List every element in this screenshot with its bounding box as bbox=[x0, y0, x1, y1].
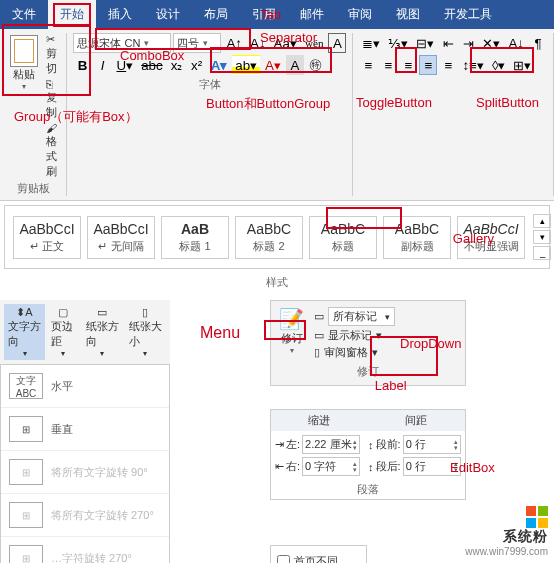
options-group: 首页不同 奇偶页不同 显示文档文字 选项 bbox=[270, 545, 367, 563]
menu-item[interactable]: 文字 ABC水平 bbox=[1, 365, 169, 408]
borders-button[interactable]: ⊞▾ bbox=[510, 55, 534, 75]
paste-button[interactable]: 粘贴 bbox=[6, 33, 42, 179]
numbering-button[interactable]: ⅓▾ bbox=[385, 33, 411, 53]
text-effects-button[interactable]: A▾ bbox=[208, 55, 231, 75]
orientation-button[interactable]: ▭纸张方向 bbox=[82, 304, 123, 360]
tab-home[interactable]: 开始 bbox=[48, 0, 96, 29]
italic-button[interactable]: I bbox=[93, 55, 111, 75]
shading-button[interactable]: ◊▾ bbox=[489, 55, 509, 75]
indent-dec-button[interactable]: ⇤ bbox=[439, 33, 457, 53]
menu-section: ⬍A文字方向 ▢页边距 ▭纸张方向 ▯纸张大小 文字 ABC水平⊞垂直⊞将所有文… bbox=[0, 300, 170, 563]
align-right-button[interactable]: ≡ bbox=[399, 55, 417, 75]
tab-review[interactable]: 审阅 bbox=[336, 0, 384, 29]
logo-icon bbox=[526, 506, 548, 528]
space-before-editbox[interactable]: 0 行 bbox=[403, 435, 461, 454]
first-page-checkbox[interactable]: 首页不同 bbox=[277, 554, 360, 563]
font-group-label: 字体 bbox=[199, 77, 221, 92]
tab-view[interactable]: 视图 bbox=[384, 0, 432, 29]
line-spacing-button[interactable]: ↕≡▾ bbox=[459, 55, 486, 75]
sort-button[interactable]: A↓ bbox=[505, 33, 527, 53]
clipboard-group-label: 剪贴板 bbox=[17, 181, 50, 196]
bold-button[interactable]: B bbox=[73, 55, 91, 75]
tab-file[interactable]: 文件 bbox=[0, 0, 48, 29]
superscript-button[interactable]: x² bbox=[188, 55, 206, 75]
indent-inc-button[interactable]: ⇥ bbox=[459, 33, 477, 53]
page-setup-header: ⬍A文字方向 ▢页边距 ▭纸张方向 ▯纸张大小 bbox=[0, 300, 170, 364]
bullets-button[interactable]: ≣▾ bbox=[359, 33, 383, 53]
annotation-editbox: EditBox bbox=[450, 460, 495, 475]
indent-left-editbox[interactable]: 2.22 厘米 bbox=[302, 435, 360, 454]
clipboard-icon bbox=[10, 35, 38, 67]
annotation-buttongroup: Button和ButtonGroup bbox=[206, 95, 330, 113]
paragraph-group-label: 段落 bbox=[271, 480, 465, 499]
tab-layout[interactable]: 布局 bbox=[192, 0, 240, 29]
show-marks-button[interactable]: ¶ bbox=[529, 33, 547, 53]
paragraph-spacing-section: 缩进间距 ⇥左:2.22 厘米 ⇤右:0 字符 ↕段前:0 行 ↕段后:0 行 … bbox=[270, 409, 466, 500]
text-direction-button[interactable]: ⬍A文字方向 bbox=[4, 304, 45, 360]
distribute-button[interactable]: ≡ bbox=[439, 55, 457, 75]
tab-mailings[interactable]: 邮件 bbox=[288, 0, 336, 29]
align-center-button[interactable]: ≡ bbox=[379, 55, 397, 75]
page-size-button[interactable]: ▯纸张大小 bbox=[125, 304, 166, 360]
annotation-split: SplitButton bbox=[476, 95, 539, 110]
char-border-button[interactable]: A bbox=[328, 33, 346, 53]
annotation-group: Group（可能有Box） bbox=[14, 108, 138, 126]
annotation-combobox: ComboBox bbox=[120, 48, 184, 63]
show-markup-icon: ▭ bbox=[314, 329, 324, 342]
tab-design[interactable]: 设计 bbox=[144, 0, 192, 29]
annotation-tab: Tab bbox=[260, 7, 281, 22]
display-for-review-dropdown[interactable]: 所有标记 bbox=[328, 307, 395, 326]
indent-right-editbox[interactable]: 0 字符 bbox=[302, 457, 360, 476]
display-for-review-icon: ▭ bbox=[314, 310, 324, 323]
tab-developer[interactable]: 开发工具 bbox=[432, 0, 504, 29]
grow-font-button[interactable]: A↑ bbox=[223, 33, 245, 53]
asian-layout-button[interactable]: ✕▾ bbox=[479, 33, 503, 53]
menu-item: ⊞将所有文字旋转 90° bbox=[1, 451, 169, 494]
font-color-button[interactable]: A▾ bbox=[262, 55, 284, 75]
enclose-char-button[interactable]: ㊕ bbox=[306, 55, 325, 75]
gallery-more-button[interactable]: ⎯ bbox=[533, 246, 551, 260]
char-shading-button[interactable]: A bbox=[286, 55, 304, 75]
annotation-menu: Menu bbox=[200, 324, 240, 342]
menu-item: ⊞将所有文字旋转 270° bbox=[1, 494, 169, 537]
tab-insert[interactable]: 插入 bbox=[96, 0, 144, 29]
tracking-group-label: 修订 bbox=[275, 362, 461, 381]
highlight-button[interactable]: ab▾ bbox=[232, 55, 260, 75]
annotation-dropdown: DropDown bbox=[400, 336, 461, 351]
gallery-down-button[interactable]: ▾ bbox=[533, 230, 551, 244]
gallery-item[interactable]: AaBbC标题 bbox=[309, 216, 377, 259]
gallery-item[interactable]: AaBbC副标题 bbox=[383, 216, 451, 259]
track-changes-button[interactable]: 📝修订 bbox=[275, 305, 308, 362]
annotation-toggle: ToggleButton bbox=[356, 95, 432, 110]
gallery-up-button[interactable]: ▴ bbox=[533, 214, 551, 228]
align-left-button[interactable]: ≡ bbox=[359, 55, 377, 75]
gallery-item[interactable]: AaBbCcI↵ 正文 bbox=[13, 216, 81, 259]
multilevel-button[interactable]: ⊟▾ bbox=[413, 33, 437, 53]
gallery-item[interactable]: AaB标题 1 bbox=[161, 216, 229, 259]
text-direction-menu: 文字 ABC水平⊞垂直⊞将所有文字旋转 90°⊞将所有文字旋转 270°⊞…字符… bbox=[0, 364, 170, 563]
annotation-gallery: Gallery bbox=[453, 231, 494, 246]
cut-button[interactable]: ✂ 剪切 bbox=[46, 33, 60, 76]
menu-item[interactable]: ⊞垂直 bbox=[1, 408, 169, 451]
styles-group-label: 样式 bbox=[0, 273, 554, 292]
align-justify-button[interactable]: ≡ bbox=[419, 55, 437, 75]
gallery-item[interactable]: AaBbCcI↵ 无间隔 bbox=[87, 216, 155, 259]
paragraph-group: ≣▾ ⅓▾ ⊟▾ ⇤ ⇥ ✕▾ A↓ ¶ ≡ ≡ ≡ ≡ ≡ ↕≡▾ ◊▾ ⊞▾ bbox=[353, 33, 554, 196]
indent-label: 缩进 bbox=[271, 410, 368, 431]
gallery-item[interactable]: AaBbC标题 2 bbox=[235, 216, 303, 259]
format-painter-button[interactable]: 🖌 格式刷 bbox=[46, 122, 60, 179]
margins-button[interactable]: ▢页边距 bbox=[47, 304, 80, 360]
reviewing-pane-icon: ▯ bbox=[314, 346, 320, 359]
spacing-label: 间距 bbox=[368, 410, 465, 431]
annotation-label: Label bbox=[375, 378, 407, 393]
watermark: 系统粉 www.win7999.com bbox=[465, 505, 548, 557]
reviewing-pane-dropdown[interactable]: 审阅窗格 bbox=[324, 345, 368, 360]
show-markup-dropdown[interactable]: 显示标记 bbox=[328, 328, 372, 343]
menu-item: ⊞…字符旋转 270° bbox=[1, 537, 169, 563]
annotation-separator: Separator bbox=[260, 30, 317, 45]
